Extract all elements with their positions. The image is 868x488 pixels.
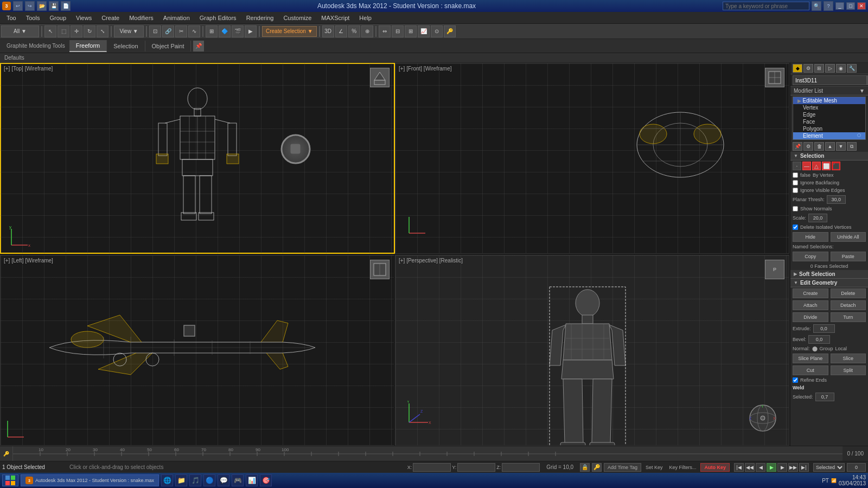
delete-isolated-checkbox[interactable] [793, 224, 798, 230]
attach-btn[interactable]: Attach [793, 300, 828, 310]
go-end-btn[interactable]: ▶| [799, 463, 809, 472]
selection-section-header[interactable]: ▼ Selection [790, 152, 868, 160]
create-selection-btn[interactable]: Create Selection ▼ [262, 26, 317, 37]
viewport-gizmo-left[interactable] [181, 323, 197, 340]
color-icon[interactable]: ◆ [793, 64, 802, 73]
paste-sel-btn[interactable]: Paste [831, 252, 866, 261]
move-up-btn[interactable]: ▲ [825, 142, 835, 151]
y-coord[interactable] [457, 463, 495, 472]
ignore-visible-checkbox[interactable] [793, 188, 798, 193]
modifier-polygon[interactable]: Polygon [793, 125, 865, 132]
play-btn[interactable]: ▶ [767, 463, 776, 472]
detach-btn[interactable]: Detach [831, 300, 866, 310]
menu-create[interactable]: Create [97, 14, 124, 22]
configure-btn[interactable]: ⚙ [803, 142, 813, 151]
slice-plane-btn[interactable]: Slice Plane [793, 354, 828, 363]
unlink-btn[interactable]: ✂ [175, 25, 187, 37]
timeline-key-icon[interactable]: 🔑 [0, 446, 13, 461]
extrude-input[interactable] [813, 324, 835, 333]
quick-save[interactable]: 💾 [49, 1, 59, 11]
vert-sel-icon[interactable]: · [793, 162, 801, 170]
minimize-btn[interactable]: _ [835, 2, 844, 10]
move-down-btn[interactable]: ▼ [836, 142, 846, 151]
ribbon-tab-freeform[interactable]: Freeform [69, 40, 107, 52]
copy-modifier-btn[interactable]: ⧉ [847, 142, 857, 151]
restore-btn[interactable]: □ [846, 2, 855, 10]
menu-animation[interactable]: Animation [159, 14, 194, 22]
create-btn[interactable]: Create [793, 288, 828, 298]
taskbar-steam[interactable]: 🎮 [232, 474, 244, 486]
go-start-btn[interactable]: |◀ [734, 463, 744, 472]
viewport-bottom-right[interactable]: [+] [Perspective] [Realistic] [395, 255, 789, 446]
view-cube-persp[interactable]: P [765, 260, 784, 279]
elem-sel-icon[interactable]: ⬛ [832, 162, 840, 170]
timeline-track[interactable]: 10 20 30 40 50 60 70 80 90 100 [13, 446, 843, 461]
layer-manager[interactable]: ⊞ [206, 25, 218, 37]
planar-thresh-input[interactable] [827, 195, 846, 204]
move-btn[interactable]: ✛ [71, 25, 82, 37]
align-btn[interactable]: ⊟ [392, 25, 404, 37]
select-region-btn[interactable]: ⬚ [58, 25, 69, 37]
scale-input[interactable] [808, 214, 827, 222]
delete-modifier-btn[interactable]: 🗑 [814, 142, 824, 151]
menu-graph-editors[interactable]: Graph Editors [195, 14, 241, 22]
show-normals-checkbox[interactable] [793, 206, 798, 211]
ignore-backfacing-checkbox[interactable] [793, 180, 798, 185]
next-frame-btn[interactable]: ▶ [777, 463, 787, 472]
link-btn[interactable]: 🔗 [162, 25, 174, 37]
cut-btn[interactable]: Cut [793, 365, 828, 375]
view-cube-front[interactable] [765, 68, 784, 87]
win-start-btn[interactable] [2, 474, 18, 486]
prev-key-btn[interactable]: ◀◀ [745, 463, 755, 472]
taskbar-skype[interactable]: 💬 [218, 474, 229, 486]
bind-space-warp[interactable]: ∿ [188, 25, 200, 37]
face-sel-icon[interactable]: △ [812, 162, 821, 170]
current-frame-input[interactable] [847, 463, 866, 472]
ribbon-pin[interactable]: 📌 [193, 41, 204, 52]
quick-new[interactable]: 📄 [61, 1, 71, 11]
ribbon-tab-object-paint[interactable]: Object Paint [145, 41, 192, 52]
quick-open[interactable]: 📂 [37, 1, 47, 11]
prev-frame-btn[interactable]: ◀ [756, 463, 765, 472]
menu-rendering[interactable]: Rendering [242, 14, 278, 22]
next-key-btn[interactable]: ▶▶ [788, 463, 798, 472]
select-filter-dropdown[interactable]: All ▼ [1, 25, 39, 37]
render-setup[interactable]: 🎬 [232, 25, 244, 37]
ribbon-tab-selection[interactable]: Selection [107, 41, 145, 52]
menu-group[interactable]: Group [45, 14, 71, 22]
nav-sphere-perspective[interactable]: X Y Z [748, 403, 778, 434]
hierarchy-icon[interactable]: ⊞ [814, 64, 824, 73]
unhide-all-btn[interactable]: Unhide All [831, 232, 866, 242]
menu-too[interactable]: Too [2, 14, 21, 22]
edit-geometry-header[interactable]: ▼ Edit Geometry [790, 279, 868, 287]
taskbar-ie[interactable]: 🌐 [161, 474, 173, 486]
taskbar-explorer[interactable]: 📁 [175, 474, 187, 486]
menu-help[interactable]: Help [355, 14, 376, 22]
modifier-list-dropdown[interactable]: ▼ [859, 88, 865, 94]
scale-btn[interactable]: ⤡ [97, 25, 108, 37]
divide-btn[interactable]: Divide [793, 312, 828, 322]
close-btn[interactable]: ✕ [857, 2, 866, 10]
modifier-face[interactable]: Face [793, 118, 865, 125]
menu-customize[interactable]: Customize [279, 14, 316, 22]
set-key-filters[interactable]: 🔑 [444, 25, 456, 37]
menu-maxscript[interactable]: MAXScript [317, 14, 354, 22]
bevel-input[interactable] [808, 335, 830, 344]
poly-sel-icon[interactable]: ⬜ [822, 162, 831, 170]
delete-btn[interactable]: Delete [831, 288, 866, 298]
angle-snap[interactable]: ∠ [335, 25, 347, 37]
search-input[interactable] [723, 2, 809, 10]
percent-snap[interactable]: % [348, 25, 360, 37]
viewport-bottom-left[interactable]: [+] [Left] [Wireframe] [0, 255, 395, 446]
modifier-element[interactable]: Element ⬡ [793, 132, 865, 139]
pin-stack-btn[interactable]: 📌 [793, 142, 802, 151]
viewport-top-left[interactable]: [+] [Top] [Wireframe] [0, 63, 395, 254]
array-btn[interactable]: ⊞ [405, 25, 417, 37]
add-time-tag-btn[interactable]: Add Time Tag [604, 463, 641, 472]
quick-render[interactable]: ▶ [245, 25, 257, 37]
search-btn[interactable]: 🔍 [812, 1, 821, 11]
quick-redo[interactable]: ↪ [25, 1, 35, 11]
mirror-btn[interactable]: ⇔ [379, 25, 391, 37]
taskbar-chrome[interactable]: 🔵 [203, 474, 215, 486]
material-editor[interactable]: 🔷 [219, 25, 231, 37]
